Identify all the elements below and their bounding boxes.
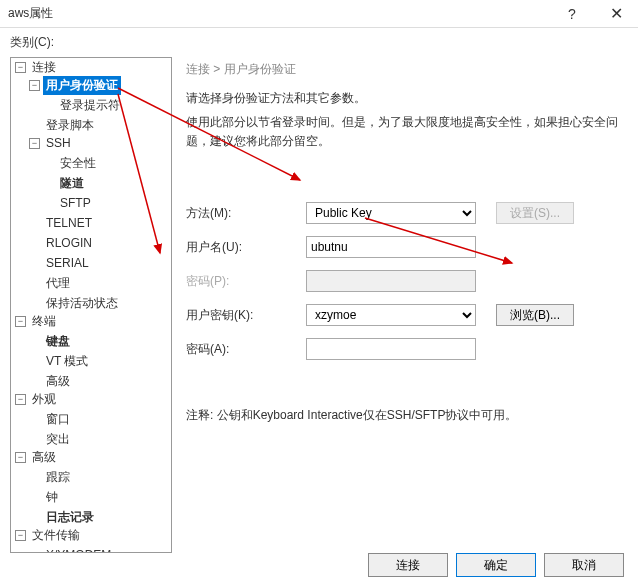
close-button[interactable]: ✕ [594, 0, 638, 28]
tree-item[interactable]: 键盘 [11, 332, 171, 350]
tree-item-label[interactable]: 外观 [29, 390, 59, 409]
tree-item[interactable]: RLOGIN [11, 234, 171, 252]
tree-item-label[interactable]: RLOGIN [43, 235, 95, 251]
tree-item-label[interactable]: 窗口 [43, 410, 73, 429]
browse-button[interactable]: 浏览(B)... [496, 304, 574, 326]
tree-item[interactable]: −高级 [11, 448, 171, 466]
tree-item[interactable]: 突出 [11, 430, 171, 448]
tree-item-label[interactable]: SFTP [57, 195, 94, 211]
tree-item[interactable]: 保持活动状态 [11, 294, 171, 312]
userkey-select[interactable]: xzymoe [306, 304, 476, 326]
description-sub: 使用此部分以节省登录时间。但是，为了最大限度地提高安全性，如果担心安全问题，建议… [186, 113, 624, 151]
tree-item-label[interactable]: 安全性 [57, 154, 99, 173]
category-label: 类别(C): [0, 28, 638, 53]
tree-item-label[interactable]: 日志记录 [43, 508, 97, 527]
password-label: 密码(P): [186, 273, 306, 290]
tree-toggle-icon[interactable]: − [15, 316, 26, 327]
tree-item-label[interactable]: VT 模式 [43, 352, 91, 371]
passphrase-label: 密码(A): [186, 341, 306, 358]
tree-item[interactable]: 窗口 [11, 410, 171, 428]
tree-toggle-icon[interactable]: − [15, 62, 26, 73]
tree-item-label[interactable]: SSH [43, 135, 74, 151]
tree-item[interactable]: VT 模式 [11, 352, 171, 370]
cancel-button[interactable]: 取消 [544, 553, 624, 577]
tree-item[interactable]: −文件传输 [11, 526, 171, 544]
ok-button[interactable]: 确定 [456, 553, 536, 577]
tree-item-label[interactable]: 连接 [29, 58, 59, 77]
tree-item[interactable]: 隧道 [11, 174, 171, 192]
tree-item[interactable]: TELNET [11, 214, 171, 232]
tree-item-label[interactable]: 高级 [29, 448, 59, 467]
username-label: 用户名(U): [186, 239, 306, 256]
help-button[interactable]: ? [550, 0, 594, 28]
tree-item-label[interactable]: 隧道 [57, 174, 87, 193]
tree-item-label[interactable]: 用户身份验证 [43, 76, 121, 95]
tree-item-label[interactable]: 跟踪 [43, 468, 73, 487]
tree-item-label[interactable]: 代理 [43, 274, 73, 293]
tree-item-label[interactable]: TELNET [43, 215, 95, 231]
tree-item[interactable]: 代理 [11, 274, 171, 292]
tree-item[interactable]: −用户身份验证 [11, 76, 171, 94]
tree-item-label[interactable]: SERIAL [43, 255, 92, 271]
tree-toggle-icon[interactable]: − [29, 138, 40, 149]
method-label: 方法(M): [186, 205, 306, 222]
tree-item[interactable]: 跟踪 [11, 468, 171, 486]
content-panel: 连接 > 用户身份验证 请选择身份验证方法和其它参数。 使用此部分以节省登录时间… [172, 53, 638, 555]
connect-button[interactable]: 连接 [368, 553, 448, 577]
username-input[interactable] [306, 236, 476, 258]
tree-item[interactable]: −外观 [11, 390, 171, 408]
tree-item-label[interactable]: 文件传输 [29, 526, 83, 545]
tree-item-label[interactable]: 保持活动状态 [43, 294, 121, 313]
userkey-label: 用户密钥(K): [186, 307, 306, 324]
tree-item[interactable]: −连接 [11, 58, 171, 76]
tree-toggle-icon[interactable]: − [15, 530, 26, 541]
tree-toggle-icon[interactable]: − [29, 80, 40, 91]
tree-item-label[interactable]: 终端 [29, 312, 59, 331]
tree-item[interactable]: SFTP [11, 194, 171, 212]
description-main: 请选择身份验证方法和其它参数。 [186, 90, 624, 107]
tree-toggle-icon[interactable]: − [15, 394, 26, 405]
tree-item-label[interactable]: 键盘 [43, 332, 73, 351]
password-input [306, 270, 476, 292]
tree-item[interactable]: X/YMODEM [11, 546, 171, 553]
footer-buttons: 连接 确定 取消 [368, 553, 624, 577]
window-title: aws属性 [8, 5, 53, 22]
tree-item-label[interactable]: 高级 [43, 372, 73, 391]
tree-item[interactable]: −终端 [11, 312, 171, 330]
tree-item-label[interactable]: 登录脚本 [43, 116, 97, 135]
tree-item[interactable]: 登录脚本 [11, 116, 171, 134]
tree-item[interactable]: SERIAL [11, 254, 171, 272]
note-text: 注释: 公钥和Keyboard Interactive仅在SSH/SFTP协议中… [186, 407, 624, 424]
tree-item-label[interactable]: X/YMODEM [43, 547, 114, 553]
settings-button: 设置(S)... [496, 202, 574, 224]
tree-item[interactable]: 日志记录 [11, 508, 171, 526]
tree-item-label[interactable]: 登录提示符 [57, 96, 123, 115]
breadcrumb: 连接 > 用户身份验证 [186, 61, 624, 78]
tree-item-label[interactable]: 突出 [43, 430, 73, 449]
tree-item-label[interactable]: 钟 [43, 488, 61, 507]
passphrase-input[interactable] [306, 338, 476, 360]
tree-item[interactable]: 钟 [11, 488, 171, 506]
window-controls: ? ✕ [550, 0, 638, 28]
tree-item[interactable]: 高级 [11, 372, 171, 390]
tree-toggle-icon[interactable]: − [15, 452, 26, 463]
tree-item[interactable]: 登录提示符 [11, 96, 171, 114]
method-select[interactable]: Public Key [306, 202, 476, 224]
category-tree[interactable]: −连接−用户身份验证登录提示符登录脚本−SSH安全性隧道SFTPTELNETRL… [10, 57, 172, 553]
tree-item[interactable]: −SSH [11, 134, 171, 152]
titlebar: aws属性 ? ✕ [0, 0, 638, 28]
tree-item[interactable]: 安全性 [11, 154, 171, 172]
